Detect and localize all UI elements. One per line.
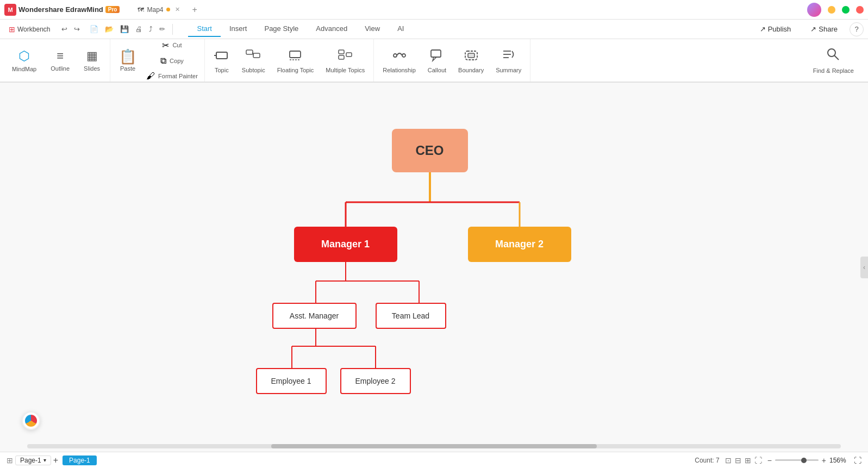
manager2-node[interactable]: Manager 2	[468, 227, 571, 262]
view-columns-icon[interactable]: ⊟	[735, 456, 741, 465]
callout-icon	[429, 48, 445, 65]
zoom-in-button[interactable]: +	[822, 456, 826, 465]
employee2-label: Employee 2	[355, 377, 396, 385]
window-minimize-button[interactable]	[828, 6, 835, 14]
more-options-button[interactable]: ✏	[157, 23, 168, 35]
tab-start[interactable]: Start	[188, 21, 220, 37]
view-fit-icon[interactable]: ⊞	[745, 456, 751, 465]
svg-rect-7	[339, 50, 344, 54]
view-fullpage-icon[interactable]: ⛶	[754, 456, 762, 465]
tab-map4[interactable]: 🗺 Map4 ✕	[130, 3, 186, 16]
user-avatar[interactable]	[807, 3, 821, 17]
find-replace-button[interactable]: Find & Replace	[804, 41, 863, 79]
svg-rect-15	[468, 53, 474, 58]
ceo-node[interactable]: CEO	[392, 129, 468, 172]
outline-label: Outline	[51, 65, 70, 72]
subtopic-button[interactable]: Subtopic	[236, 46, 271, 76]
window-maximize-button[interactable]	[842, 6, 850, 14]
tab-ai[interactable]: AI	[389, 21, 413, 37]
tab-map4-label: Map4	[147, 6, 163, 14]
print-button[interactable]: 🖨	[133, 23, 145, 35]
fullscreen-button[interactable]: ⛶	[854, 456, 861, 465]
ceo-label: CEO	[415, 143, 444, 158]
active-page-tab[interactable]: Page-1	[63, 455, 97, 465]
quick-toolbar: 📄 📂 💾 🖨 ⤴ ✏	[87, 23, 168, 35]
save-button[interactable]: 💾	[117, 23, 132, 35]
share-icon: ↗	[810, 25, 816, 33]
title-bar: M Wondershare EdrawMind Pro 🗺 Map4 ✕ +	[0, 0, 868, 20]
copy-button[interactable]: ⧉ Copy	[143, 54, 201, 68]
team-lead-node[interactable]: Team Lead	[376, 303, 446, 329]
relationship-button[interactable]: Relationship	[377, 46, 421, 76]
topic-button[interactable]: Topic	[208, 46, 235, 76]
find-replace-label: Find & Replace	[813, 67, 854, 74]
employee1-label: Employee 1	[271, 377, 311, 385]
tab-insert[interactable]: Insert	[221, 21, 256, 37]
copy-icon: ⧉	[160, 56, 166, 66]
add-page-button[interactable]: +	[53, 455, 58, 465]
svg-rect-3	[253, 53, 260, 58]
export-button[interactable]: ⤴	[146, 23, 155, 35]
help-button[interactable]: ?	[850, 22, 864, 36]
find-replace-group: Find & Replace	[801, 39, 866, 82]
zoom-out-button[interactable]: −	[767, 456, 772, 465]
paste-icon: 📋	[119, 49, 136, 64]
workbench-button[interactable]: ⊞ Workbench	[4, 23, 54, 36]
boundary-button[interactable]: Boundary	[453, 46, 489, 76]
topic-label: Topic	[215, 67, 229, 73]
relationship-group: Relationship Callout Boundary Summary	[374, 39, 530, 82]
view-page-icon[interactable]: ⊡	[725, 456, 732, 465]
svg-rect-5	[290, 51, 301, 58]
asst-manager-label: Asst. Manager	[290, 311, 339, 320]
callout-button[interactable]: Callout	[422, 46, 452, 76]
toolbar-separator	[172, 24, 173, 35]
window-close-button[interactable]	[856, 6, 864, 14]
redo-button[interactable]: ↪	[71, 23, 83, 35]
tab-advanced[interactable]: Advanced	[307, 21, 356, 37]
panel-collapse-handle[interactable]: ‹	[860, 257, 868, 278]
employee1-node[interactable]: Employee 1	[256, 368, 327, 394]
relationship-label: Relationship	[383, 67, 416, 73]
open-button[interactable]: 📂	[102, 23, 116, 35]
summary-icon	[501, 48, 516, 65]
mindmap-label: MindMap	[12, 66, 36, 72]
paste-button[interactable]: 📋 Paste	[114, 47, 142, 74]
horizontal-scrollbar[interactable]	[27, 444, 841, 448]
manager1-node[interactable]: Manager 1	[294, 227, 397, 262]
zoom-slider[interactable]	[775, 459, 819, 461]
asst-manager-node[interactable]: Asst. Manager	[272, 303, 357, 329]
slides-label: Slides	[84, 65, 100, 72]
undo-button[interactable]: ↩	[59, 23, 70, 35]
canvas[interactable]: CEO Manager 1 Manager 2 Asst. Manager Te…	[0, 83, 859, 452]
relationship-icon	[392, 48, 407, 65]
outline-button[interactable]: ≡ Outline	[44, 47, 76, 74]
new-button[interactable]: 📄	[87, 23, 101, 35]
slides-button[interactable]: ▦ Slides	[77, 47, 107, 74]
svg-rect-0	[216, 52, 227, 59]
view-mode-group: ⬡ MindMap ≡ Outline ▦ Slides	[2, 39, 110, 82]
tab-page-style[interactable]: Page Style	[255, 21, 307, 37]
tab-close-icon[interactable]: ✕	[175, 6, 180, 13]
publish-label: Publish	[768, 25, 791, 33]
floating-topic-button[interactable]: Floating Topic	[272, 46, 320, 76]
share-label: Share	[819, 25, 838, 33]
multiple-topics-label: Multiple Topics	[326, 67, 365, 73]
menu-tabs: Start Insert Page Style Advanced View AI	[188, 21, 413, 37]
svg-rect-12	[431, 50, 441, 57]
new-tab-button[interactable]: +	[189, 5, 201, 15]
employee2-node[interactable]: Employee 2	[340, 368, 411, 394]
mindmap-button[interactable]: ⬡ MindMap	[5, 46, 43, 74]
cut-button[interactable]: ✂ Cut	[143, 38, 201, 53]
format-painter-button[interactable]: 🖌 Format Painter	[143, 69, 201, 83]
topic-group: Topic Subtopic Floating Topic Multiple T…	[205, 39, 374, 82]
format-painter-icon: 🖌	[146, 71, 155, 81]
paste-label: Paste	[120, 65, 135, 72]
publish-button[interactable]: ↗ Publish	[752, 22, 799, 36]
share-button[interactable]: ↗ Share	[803, 22, 845, 36]
summary-button[interactable]: Summary	[490, 46, 527, 76]
multiple-topics-button[interactable]: Multiple Topics	[320, 46, 370, 76]
view-toggle-icons: ⊡ ⊟ ⊞ ⛶	[725, 456, 762, 465]
page-name-dropdown[interactable]: Page-1 ▾	[15, 455, 51, 465]
tab-view[interactable]: View	[356, 21, 389, 37]
page-selector: ⊞ Page-1 ▾ +	[7, 455, 58, 465]
